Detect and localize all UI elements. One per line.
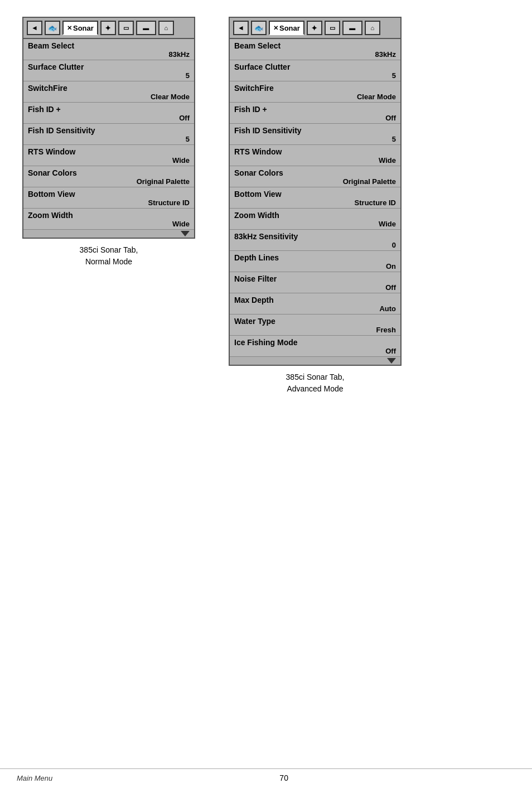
list-item[interactable]: Fish ID Sensitivity 5 [230, 124, 400, 145]
menu-icon-normal: ▬ [143, 25, 149, 31]
back-arrow-icon: ◄ [31, 24, 38, 32]
normal-mode-device: ◄ 🐟 ✕ Sonar ✦ ▭ ▬ ⌂ [22, 17, 195, 239]
page-footer: Main Menu 70 [0, 768, 532, 787]
sonar-tab-advanced[interactable]: ✕ Sonar [269, 21, 304, 35]
normal-mode-panel: ◄ 🐟 ✕ Sonar ✦ ▭ ▬ ⌂ [22, 17, 195, 268]
list-item[interactable]: Water Type Fresh [230, 315, 400, 336]
sonar-tab-label-normal: Sonar [73, 24, 94, 32]
menu-icon-adv: ▬ [349, 25, 355, 31]
scroll-arrow-down-advanced [387, 358, 396, 364]
list-item[interactable]: Surface Clutter 5 [23, 60, 194, 81]
menu-button-normal[interactable]: ▬ [136, 21, 156, 35]
list-item[interactable]: Bottom View Structure ID [230, 187, 400, 209]
gear-button-normal[interactable]: ✦ [100, 21, 116, 35]
advanced-mode-panel: ◄ 🐟 ✕ Sonar ✦ ▭ ▬ ⌂ [229, 17, 402, 395]
list-item[interactable]: Beam Select 83kHz [23, 39, 194, 60]
list-item[interactable]: Zoom Width Wide [23, 209, 194, 230]
caption-advanced: 385ci Sonar Tab,Advanced Mode [286, 371, 345, 395]
screen-button-normal[interactable]: ▭ [118, 21, 134, 35]
fish-symbol: 🐟 [48, 24, 57, 32]
sonar-tab-normal[interactable]: ✕ Sonar [62, 21, 98, 35]
list-item[interactable]: Depth Lines On [230, 251, 400, 272]
gear-button-advanced[interactable]: ✦ [307, 21, 322, 35]
list-item[interactable]: Bottom View Structure ID [23, 187, 194, 209]
back-button-advanced[interactable]: ◄ [233, 21, 249, 35]
scroll-indicator-normal [23, 230, 194, 238]
list-item[interactable]: Zoom Width Wide [230, 209, 400, 230]
power-icon-normal: ⌂ [165, 25, 168, 31]
x-icon-adv: ✕ [273, 25, 278, 32]
screen-button-advanced[interactable]: ▭ [325, 21, 340, 35]
back-button-normal[interactable]: ◄ [27, 21, 42, 35]
fish-icon-advanced: 🐟 [251, 21, 267, 35]
gear-icon-normal: ✦ [105, 24, 111, 32]
x-icon-normal: ✕ [67, 25, 72, 32]
footer-label: Main Menu [17, 774, 52, 782]
page-number: 70 [52, 773, 515, 782]
list-item[interactable]: Sonar Colors Original Palette [230, 166, 400, 187]
gear-icon-adv: ✦ [311, 24, 317, 32]
scroll-indicator-advanced [230, 357, 400, 365]
advanced-mode-device: ◄ 🐟 ✕ Sonar ✦ ▭ ▬ ⌂ [229, 17, 402, 366]
list-item[interactable]: 83kHz Sensitivity 0 [230, 230, 400, 251]
power-button-normal[interactable]: ⌂ [158, 21, 174, 35]
menu-list-advanced: Beam Select 83kHz Surface Clutter 5 Swit… [230, 39, 400, 357]
list-item[interactable]: RTS Window Wide [230, 145, 400, 166]
list-item[interactable]: RTS Window Wide [23, 145, 194, 166]
toolbar-normal: ◄ 🐟 ✕ Sonar ✦ ▭ ▬ ⌂ [23, 18, 194, 39]
caption-normal: 385ci Sonar Tab,Normal Mode [80, 244, 138, 268]
list-item[interactable]: Noise Filter Off [230, 272, 400, 293]
list-item[interactable]: SwitchFire Clear Mode [23, 81, 194, 103]
list-item[interactable]: SwitchFire Clear Mode [230, 81, 400, 103]
screen-icon-adv: ▭ [330, 25, 335, 32]
menu-button-advanced[interactable]: ▬ [342, 21, 362, 35]
list-item[interactable]: Fish ID Sensitivity 5 [23, 124, 194, 145]
list-item[interactable]: Ice Fishing Mode Off [230, 336, 400, 357]
toolbar-advanced: ◄ 🐟 ✕ Sonar ✦ ▭ ▬ ⌂ [230, 18, 400, 39]
list-item[interactable]: Sonar Colors Original Palette [23, 166, 194, 187]
list-item[interactable]: Surface Clutter 5 [230, 60, 400, 81]
menu-list-normal: Beam Select 83kHz Surface Clutter 5 Swit… [23, 39, 194, 230]
power-icon-adv: ⌂ [371, 25, 375, 31]
scroll-arrow-down-normal [181, 231, 190, 236]
list-item[interactable]: Beam Select 83kHz [230, 39, 400, 60]
fish-symbol-adv: 🐟 [254, 24, 263, 32]
list-item[interactable]: Max Depth Auto [230, 293, 400, 315]
sonar-tab-label-advanced: Sonar [279, 24, 300, 32]
list-item[interactable]: Fish ID + Off [23, 103, 194, 124]
fish-icon-normal: 🐟 [45, 21, 60, 35]
screen-icon-normal: ▭ [123, 25, 129, 32]
list-item[interactable]: Fish ID + Off [230, 103, 400, 124]
back-arrow-icon-adv: ◄ [238, 24, 244, 32]
power-button-advanced[interactable]: ⌂ [365, 21, 380, 35]
